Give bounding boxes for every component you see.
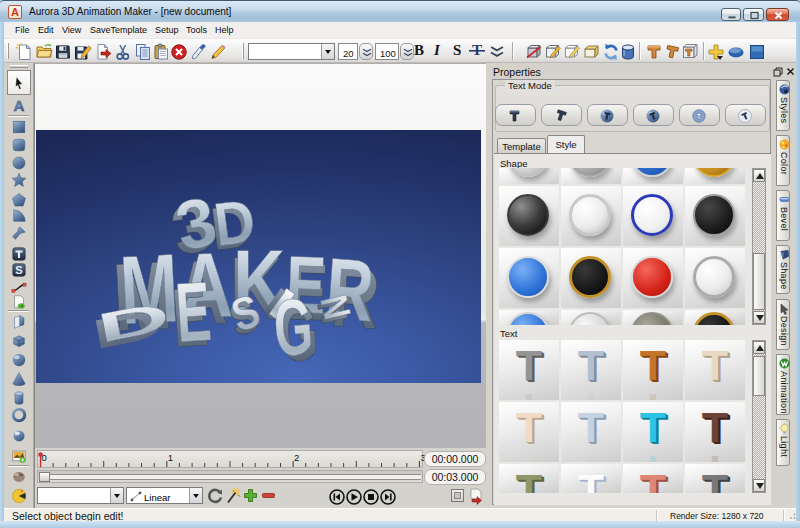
svg-text:2: 2	[294, 452, 299, 463]
svg-text:S: S	[15, 264, 22, 276]
svg-text:1: 1	[168, 452, 173, 463]
svg-text:G: G	[271, 281, 316, 372]
svg-text:R: R	[323, 239, 377, 339]
svg-text:A: A	[14, 97, 25, 114]
svg-text:E: E	[173, 264, 214, 360]
